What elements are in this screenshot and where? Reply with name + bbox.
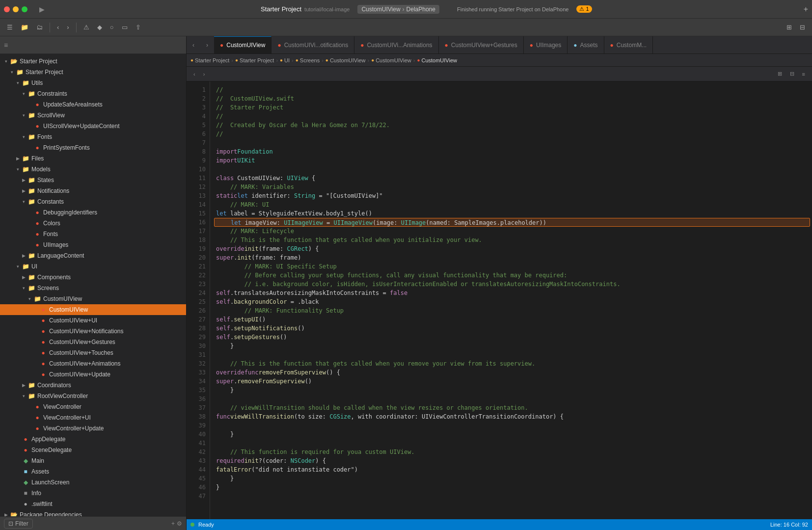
code-line-9[interactable]: import UIKit (216, 156, 808, 165)
tree-item-print-system-fonts[interactable]: ●PrintSystemFonts (0, 142, 186, 153)
tree-item-fonts[interactable]: ▾📁Fonts (0, 132, 186, 142)
code-line-26[interactable]: // MARK: Functionality Setup (216, 306, 808, 315)
code-line-32[interactable]: // This is the function that gets called… (216, 359, 808, 368)
share-button[interactable]: ⇧ (133, 22, 144, 32)
code-editor[interactable]: 1234567891011121314151617181920212223242… (187, 81, 812, 519)
code-line-30[interactable]: } (216, 342, 808, 350)
code-line-34[interactable]: super.removeFromSuperview() (216, 377, 808, 386)
code-line-27[interactable]: self.setupUI() (216, 315, 808, 324)
code-line-12[interactable]: // MARK: Variables (216, 183, 808, 191)
code-line-18[interactable]: // This is the function that gets called… (216, 236, 808, 244)
tree-item-custom-ui-view[interactable]: ●CustomUIView (0, 304, 186, 315)
tab-UIImages[interactable]: ●UIImages (524, 36, 568, 53)
tree-item-app-delegate[interactable]: ●AppDelegate (0, 434, 186, 445)
code-content[interactable]: //// CustomUIView.swift// Starter Projec… (210, 81, 812, 519)
code-line-7[interactable] (216, 138, 808, 147)
code-line-39[interactable] (216, 421, 808, 430)
code-line-10[interactable] (216, 165, 808, 174)
tree-item-package-dependencies[interactable]: ▶📂Package Dependencies (0, 509, 186, 516)
nav-forward-button[interactable]: › (64, 22, 72, 32)
tree-item-view-controller-ui[interactable]: ●ViewController+UI (0, 412, 186, 423)
split-button[interactable]: ⊟ (797, 22, 808, 32)
sidebar-tree[interactable]: ▾📂Starter Project▾📁Starter Project▾📁Util… (0, 54, 186, 516)
nav-back-button[interactable]: ‹ (54, 22, 62, 32)
code-line-29[interactable]: self.setupGestures() (216, 333, 808, 342)
tree-arrow-starter-project-group[interactable]: ▾ (8, 70, 16, 75)
code-line-28[interactable]: self.setupNotifications() (216, 324, 808, 333)
code-line-43[interactable]: required init?(coder: NSCoder) { (216, 456, 808, 465)
tree-item-view-controller-update[interactable]: ●ViewController+Update (0, 423, 186, 434)
code-line-2[interactable]: // CustomUIView.swift (216, 94, 808, 103)
code-line-22[interactable]: // Before calling your setup functions, … (216, 271, 808, 280)
tree-item-main[interactable]: ◆Main (0, 455, 186, 466)
tree-item-swiftlint[interactable]: ●.swiftlint (0, 499, 186, 509)
tree-item-fonts2[interactable]: ●Fonts (0, 229, 186, 239)
tree-item-update-safe-area[interactable]: ●UpdateSafeAreaInsets (0, 99, 186, 110)
code-line-16[interactable]: let imageView: UIImageView = UIImageView… (214, 218, 810, 227)
tree-item-screens[interactable]: ▾📁Screens (0, 283, 186, 293)
code-line-36[interactable] (216, 395, 808, 403)
code-line-46[interactable]: } (216, 483, 808, 492)
code-line-5[interactable]: // Created by Oscar de la Hera Gomez on … (216, 121, 808, 130)
warning-button[interactable]: ⚠ (81, 22, 92, 32)
device-badge[interactable]: CustomUIView › DelaPhone (357, 5, 439, 14)
tree-item-assets[interactable]: ■Assets (0, 466, 186, 477)
folder-button[interactable]: 📁 (18, 22, 31, 32)
tree-item-root-view-controller[interactable]: ▾📁RootViewController (0, 391, 186, 401)
code-line-25[interactable]: self.backgroundColor = .black (216, 297, 808, 306)
show-minimap-btn[interactable]: ≡ (799, 70, 808, 78)
tree-item-starter-project-root[interactable]: ▾📂Starter Project (0, 56, 186, 67)
tree-item-custom-ui-view-touches[interactable]: ●CustomUIView+Touches (0, 347, 186, 358)
tree-item-constraints[interactable]: ▾📁Constraints (0, 88, 186, 99)
code-line-47[interactable] (216, 492, 808, 501)
maximize-button[interactable] (22, 6, 27, 12)
tree-arrow-utils[interactable]: ▾ (14, 80, 22, 85)
breadcrumb-1[interactable]: ●Starter Project (235, 57, 274, 63)
tree-item-ui-scroll-view[interactable]: ●UIScrollView+UpdateContent (0, 121, 186, 132)
tree-item-view-controller[interactable]: ●ViewController (0, 401, 186, 412)
code-line-24[interactable]: self.translatesAutoresizingMaskIntoConst… (216, 289, 808, 297)
tree-item-custom-ui-view-ui[interactable]: ●CustomUIView+UI (0, 315, 186, 326)
code-line-14[interactable]: // MARK: UI (216, 200, 808, 209)
tree-item-scene-delegate[interactable]: ●SceneDelegate (0, 445, 186, 455)
close-button[interactable] (4, 6, 10, 12)
tree-arrow-constants[interactable]: ▾ (20, 199, 27, 204)
tree-arrow-custom-ui-view-folder[interactable]: ▾ (26, 296, 33, 301)
breadcrumb-0[interactable]: ●Starter Project (190, 57, 229, 63)
code-line-11[interactable]: class CustomUIView: UIView { (216, 174, 808, 183)
tree-item-launch-screen[interactable]: ◆LaunchScreen (0, 477, 186, 488)
tree-arrow-language-content[interactable]: ▶ (20, 253, 27, 258)
filter-button[interactable]: ⊡ Filter (4, 519, 33, 529)
tree-item-models[interactable]: ▾📁Models (0, 164, 186, 175)
tree-item-coordinators[interactable]: ▶📁Coordinators (0, 380, 186, 391)
tree-arrow-notifications[interactable]: ▶ (20, 188, 27, 193)
tree-arrow-screens[interactable]: ▾ (20, 286, 27, 291)
tree-item-custom-ui-view-animations[interactable]: ●CustomUIView+Animations (0, 358, 186, 369)
breadcrumb-2[interactable]: ●UI (280, 57, 290, 63)
sidebar-settings-button[interactable]: ⚙ (177, 520, 182, 527)
tree-item-info[interactable]: ■Info (0, 488, 186, 499)
tab-CustomUIView+Notifications[interactable]: ●CustomUIVi...otifications (271, 36, 354, 53)
nav-right-btn[interactable]: › (200, 70, 208, 78)
breadcrumb-6[interactable]: ●CustomUIView (417, 57, 457, 63)
tab-nav-right[interactable]: › (200, 36, 214, 53)
breadcrumb-4[interactable]: ●CustomUIView (325, 57, 366, 63)
tab-CustomM[interactable]: ●CustomM... (604, 36, 653, 53)
code-line-6[interactable]: // (216, 130, 808, 138)
code-line-17[interactable]: // MARK: Lifecycle (216, 227, 808, 236)
tree-item-colors[interactable]: ●Colors (0, 218, 186, 229)
tree-item-constants[interactable]: ▾📁Constants (0, 196, 186, 207)
tree-arrow-fonts[interactable]: ▾ (20, 134, 27, 139)
tree-item-states[interactable]: ▶📁States (0, 175, 186, 186)
code-line-21[interactable]: // MARK: UI Specific Setup (216, 262, 808, 271)
code-line-33[interactable]: override func removeFromSuperview() { (216, 368, 808, 377)
tree-arrow-scroll-view[interactable]: ▾ (20, 113, 27, 118)
tree-arrow-states[interactable]: ▶ (20, 178, 27, 183)
code-line-44[interactable]: fatalError("did not instanstiate coder") (216, 465, 808, 474)
tree-arrow-files[interactable]: ▶ (14, 156, 22, 161)
tab-nav-left[interactable]: ‹ (187, 36, 200, 53)
tree-item-custom-ui-view-update[interactable]: ●CustomUIView+Update (0, 369, 186, 380)
code-line-23[interactable]: // i.e. background color, isHidden, isUs… (216, 280, 808, 289)
add-file-button[interactable]: + (171, 520, 175, 527)
tab-CustomUIView+Animations[interactable]: ●CustomUIVi...Animations (354, 36, 438, 53)
